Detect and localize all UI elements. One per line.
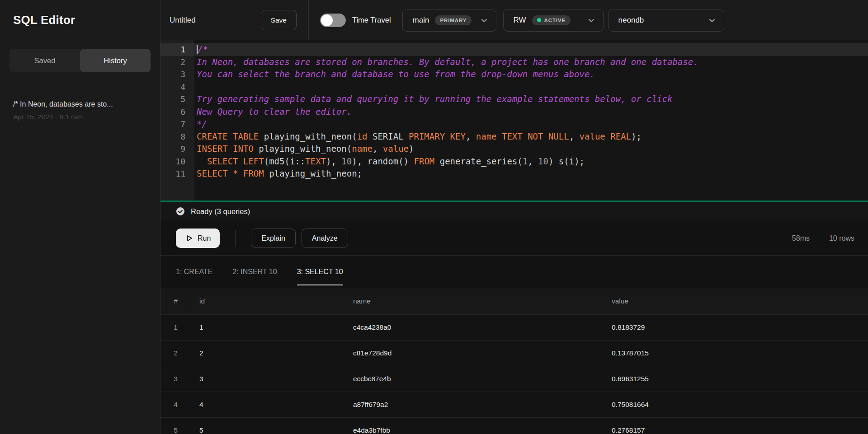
line-number: 2 [160,56,194,69]
status-text: Ready (3 queries) [191,207,250,216]
row-number-cell: 3 [160,366,191,392]
table-cell: 0.75081664 [604,392,868,417]
explain-button[interactable]: Explain [251,229,295,248]
sidebar-tabs-section: SavedHistory [0,40,160,81]
result-tab-3-select-10[interactable]: 3: SELECT 10 [297,256,343,288]
code-token: ); [631,131,642,141]
editor-topbar: Untitled Save Time Travel main PRIMARY R… [160,0,868,40]
sql-editor-app: SQL Editor SavedHistory /* In Neon, data… [0,0,868,434]
run-button-label: Run [198,234,211,243]
sidebar-tab-saved[interactable]: Saved [9,49,80,72]
code-token: playing_with_neon( [259,131,357,141]
table-cell: 2 [191,341,345,366]
code-token: SELECT * FROM [197,168,264,178]
table-cell: 5 [191,418,345,434]
result-tab-1-create[interactable]: 1: CREATE [176,256,213,288]
line-number: 3 [160,68,194,81]
query-duration: 58ms [792,234,810,243]
code-token: name [352,144,373,154]
code-token: , [569,131,580,141]
table-row: 44a87ff679a20.75081664 [160,392,868,418]
line-code: CREATE TABLE playing_with_neon(id SERIAL… [194,131,868,143]
compute-badge-label: ACTIVE [544,18,566,23]
table-cell: 3 [191,366,345,392]
editor-line: 5Try generating sample data and querying… [160,93,868,106]
code-token: */ [197,119,207,129]
compute-active-badge: ACTIVE [532,15,571,25]
chevron-down-icon [708,16,717,25]
line-code: */ [194,118,868,131]
line-number: 7 [160,118,194,131]
compute-select[interactable]: RW ACTIVE [503,9,604,32]
line-code: You can select the branch and database t… [194,68,868,81]
code-token: You can select the branch and database t… [197,69,595,79]
table-cell: 0.2768157 [604,418,868,434]
code-token: playing_with_neon( [254,144,352,154]
query-name[interactable]: Untitled [170,16,196,25]
save-button[interactable]: Save [261,10,297,30]
sidebar-header: SQL Editor [0,0,160,40]
editor-line: 8CREATE TABLE playing_with_neon(id SERIA… [160,131,868,143]
table-cell: e4da3b7fbb [345,418,604,434]
database-select[interactable]: neondb [608,9,724,32]
analyze-button[interactable]: Analyze [302,229,348,248]
code-token: Try generating sample data and querying … [197,94,672,104]
chevron-down-icon [587,16,596,25]
compute-name: RW [514,16,526,25]
topbar-divider [308,0,309,40]
result-tabs: 1: CREATE2: INSERT 103: SELECT 10 [160,256,868,288]
table-row: 11c4ca4238a00.8183729 [160,315,868,341]
row-number-cell: 5 [160,418,191,434]
code-token: playing_with_neon; [264,168,362,178]
history-item[interactable]: /* In Neon, databases are sto...Apr 15, … [13,100,147,121]
code-token [197,156,207,166]
editor-line: 10 SELECT LEFT(md5(i::TEXT), 10), random… [160,155,868,168]
table-header-row: #idnamevalue [160,288,868,315]
run-button[interactable]: Run [176,229,220,248]
code-token: value REAL [580,131,631,141]
code-token: ), random() [352,156,414,166]
code-editor[interactable]: 1/*2In Neon, databases are stored on bra… [160,40,868,202]
code-token: id [357,131,368,141]
query-stats: 58ms 10 rows [792,234,854,243]
chevron-down-icon [480,16,489,25]
table-row: 55e4da3b7fbb0.2768157 [160,418,868,434]
table-cell: c4ca4238a0 [345,315,604,340]
code-token: New Query to clear the editor. [197,107,352,117]
editor-line: 11SELECT * FROM playing_with_neon; [160,168,868,180]
results-table: #idnamevalue11c4ca4238a00.818372922c81e7… [160,288,868,434]
table-cell: 4 [191,392,345,417]
row-number-cell: 4 [160,392,191,417]
result-tab-2-insert-10[interactable]: 2: INSERT 10 [233,256,277,288]
line-code [194,81,868,93]
table-cell: 0.8183729 [604,315,868,340]
code-token: generate_series( [434,156,522,166]
query-row-count: 10 rows [829,234,854,243]
sidebar-tab-history[interactable]: History [80,49,151,72]
line-number: 1 [160,43,194,56]
code-token: /* [198,44,208,54]
table-cell: a87ff679a2 [345,392,604,417]
line-code: Try generating sample data and querying … [194,93,868,106]
code-token: ) s(i); [548,156,585,166]
history-item-date: Apr 15, 2024 - 8:17am [13,113,147,121]
table-row: 33eccbc87e4b0.69631255 [160,366,868,392]
line-code: New Query to clear the editor. [194,106,868,118]
table-cell: c81e728d9d [345,341,604,366]
time-travel-label: Time Travel [352,16,391,24]
line-number: 5 [160,93,194,106]
branch-select[interactable]: main PRIMARY [402,9,496,32]
run-bar: Run Explain Analyze 58ms 10 rows [160,221,868,256]
check-circle-icon [176,207,185,216]
line-number: 11 [160,168,194,180]
editor-line: 6New Query to clear the editor. [160,106,868,118]
editor-line: 9INSERT INTO playing_with_neon(name, val… [160,143,868,155]
code-token: SERIAL [368,131,409,141]
editor-line: 2In Neon, databases are stored on branch… [160,56,868,69]
database-name: neondb [618,16,644,25]
column-header-name: name [345,288,604,314]
code-token: 1 [523,156,528,166]
code-token: ) [409,144,414,154]
time-travel-toggle[interactable] [320,14,346,27]
line-code: /* [194,43,868,56]
